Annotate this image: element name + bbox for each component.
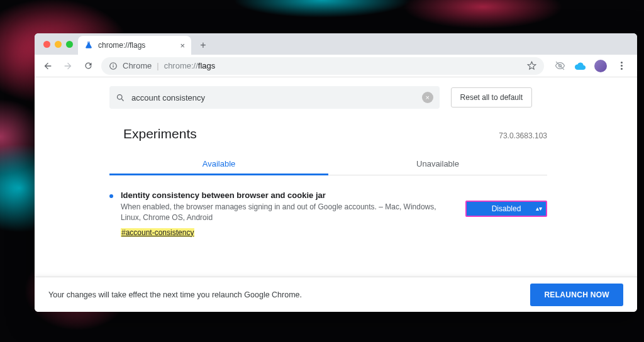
profile-avatar[interactable] [594,60,607,72]
flag-hash-link[interactable]: #account-consistency [121,228,194,237]
svg-rect-2 [113,63,113,64]
info-icon [109,62,118,70]
heading-row: Experiments 73.0.3683.103 [123,126,547,141]
minimize-window-button[interactable] [55,41,62,48]
browser-menu-button[interactable] [616,60,627,72]
svg-rect-1 [113,65,113,67]
flag-select-wrap: Disabled ▴▾ [465,190,547,238]
flag-state-select[interactable]: Disabled ▴▾ [465,201,547,217]
window-controls [40,33,78,55]
forward-button[interactable] [61,59,75,73]
modified-indicator-dot [109,194,113,198]
kebab-menu-icon [621,62,623,70]
tab-title: chrome://flags [98,41,175,50]
search-icon [116,93,125,102]
extension-eye-icon[interactable] [554,60,565,72]
plus-icon: + [200,40,206,51]
select-chevron-icon: ▴▾ [536,207,542,211]
omnibox-separator: | [157,61,158,70]
flags-search-box[interactable]: × [109,86,440,109]
page-content: × Reset all to default Experiments 73.0.… [35,77,637,312]
relaunch-button[interactable]: RELAUNCH NOW [530,284,623,306]
relaunch-message: Your changes will take effect the next t… [48,290,302,299]
chrome-window: chrome://flags × + Chrome | chrome://fla… [35,33,637,312]
flask-icon [84,41,93,50]
svg-line-6 [121,99,123,101]
page-title: Experiments [123,126,197,141]
flag-title: Identity consistency between browser and… [121,190,458,200]
chrome-version: 73.0.3683.103 [499,131,547,140]
flag-description: When enabled, the browser manages signin… [121,202,458,224]
back-button[interactable] [41,59,55,73]
maximize-window-button[interactable] [66,41,73,48]
bookmark-star-icon[interactable] [527,61,536,70]
relaunch-bar: Your changes will take effect the next t… [35,277,637,312]
address-bar[interactable]: Chrome | chrome://flags [101,57,544,75]
clear-search-icon[interactable]: × [422,92,433,103]
reset-all-button[interactable]: Reset all to default [451,87,532,108]
omnibox-chip: Chrome [123,61,152,70]
tab-close-icon[interactable]: × [180,41,185,50]
flag-item: Identity consistency between browser and… [109,175,547,238]
svg-point-5 [118,94,123,99]
tab-strip: chrome://flags × + [35,33,637,55]
toolbar-actions [550,60,631,72]
tab-unavailable[interactable]: Unavailable [328,153,547,175]
flag-state-value: Disabled [492,204,521,213]
close-window-button[interactable] [43,41,50,48]
new-tab-button[interactable]: + [195,37,211,53]
reload-button[interactable] [81,59,95,73]
omnibox-url: chrome://flags [164,61,216,70]
browser-toolbar: Chrome | chrome://flags [35,55,637,77]
flags-top-row: × Reset all to default [109,86,547,109]
flags-search-input[interactable] [131,93,416,102]
flag-body: Identity consistency between browser and… [121,190,458,238]
tab-available[interactable]: Available [109,153,328,175]
flags-tabs: Available Unavailable [109,153,547,175]
browser-tab[interactable]: chrome://flags × [78,36,191,55]
extension-cloud-icon[interactable] [574,60,586,72]
